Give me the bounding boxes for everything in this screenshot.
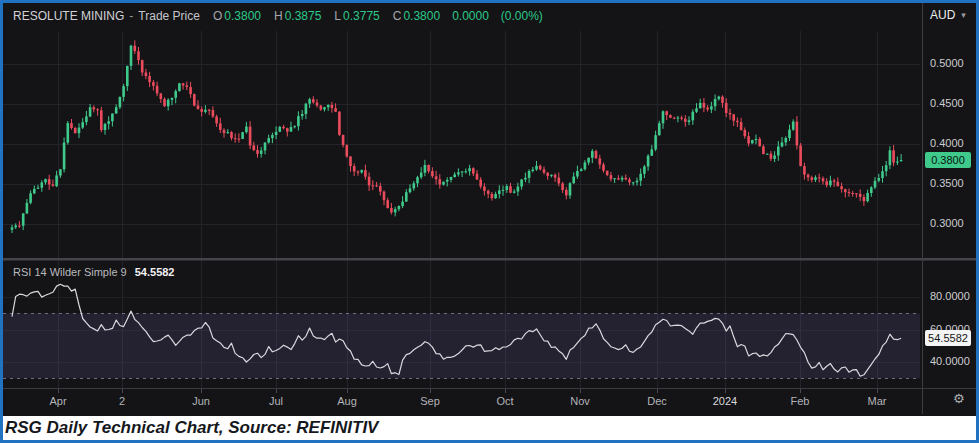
ohlc-item: L0.3775 (334, 9, 379, 23)
ohlc-item: C0.3800 (393, 9, 440, 23)
time-axis-label: Dec (634, 395, 680, 407)
caption-text: RSG Daily Technical Chart, Source: REFIN… (0, 418, 378, 438)
ohlc-value: 0.3800 (224, 9, 261, 23)
time-axis-label: Apr (35, 395, 81, 407)
rsi-value-badge: 54.5582 (925, 330, 971, 346)
change-value: 0.0000 (452, 9, 489, 23)
rsi-axis-tick: 40.0000 (930, 355, 976, 367)
ohlc-item: O0.3800 (213, 9, 261, 23)
series-label: Trade Price (138, 9, 200, 23)
chart-plot-area[interactable] (0, 0, 979, 414)
ohlc-value: 0.3875 (285, 9, 322, 23)
settings-gear-icon[interactable]: ⚙ (953, 391, 965, 406)
rsi-legend: RSI 14 Wilder Simple 954.5582 (13, 266, 174, 278)
time-axis-label: 2 (99, 395, 145, 407)
time-axis-label: Sep (407, 395, 453, 407)
price-axis-tick: 0.5000 (930, 57, 976, 69)
ohlc-item: H0.3875 (274, 9, 321, 23)
time-axis-label: Feb (777, 395, 823, 407)
time-axis-label: Nov (557, 395, 603, 407)
ohlc-key: O (213, 9, 222, 23)
time-axis-label: Aug (324, 395, 370, 407)
change-percent: (0.00%) (501, 9, 543, 23)
last-price-badge: 0.3800 (925, 152, 971, 168)
time-axis-label: Jun (178, 395, 224, 407)
ohlc-key: L (334, 9, 341, 23)
ohlc-key: C (393, 9, 402, 23)
currency-label: AUD (930, 8, 955, 22)
ohlc-legend: O0.3800H0.3875L0.3775C0.3800 (200, 9, 440, 23)
currency-selector[interactable]: AUD▾ (930, 8, 966, 22)
instrument-name: RESOLUTE MINING (13, 9, 124, 23)
price-axis-tick: 0.4000 (930, 137, 976, 149)
legend-separator: - (129, 9, 133, 23)
refinitiv-chart-window: RESOLUTE MINING-Trade PriceO0.3800H0.387… (0, 0, 979, 443)
chart-legend: RESOLUTE MINING-Trade PriceO0.3800H0.387… (13, 9, 543, 23)
ohlc-value: 0.3800 (403, 9, 440, 23)
ohlc-key: H (274, 9, 283, 23)
rsi-value: 54.5582 (135, 266, 175, 278)
ohlc-value: 0.3775 (343, 9, 380, 23)
price-axis-tick: 0.3000 (930, 217, 976, 229)
chevron-down-icon: ▾ (961, 10, 966, 20)
rsi-axis-tick: 80.0000 (930, 290, 976, 302)
time-axis-label: Jul (253, 395, 299, 407)
time-axis-label: 2024 (702, 395, 748, 407)
rsi-indicator-label: RSI 14 Wilder Simple 9 (13, 266, 127, 278)
price-axis-tick: 0.3500 (930, 177, 976, 189)
price-axis-tick: 0.4500 (930, 97, 976, 109)
caption-bar: RSG Daily Technical Chart, Source: REFIN… (0, 416, 979, 440)
time-axis-label: Mar (854, 395, 900, 407)
time-axis-label: Oct (482, 395, 528, 407)
